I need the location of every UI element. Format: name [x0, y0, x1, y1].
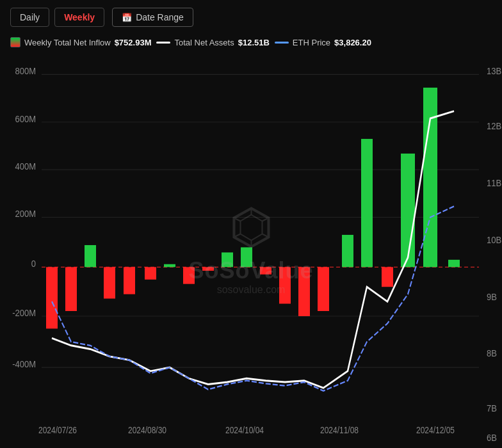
- svg-text:2024/10/04: 2024/10/04: [225, 425, 264, 435]
- svg-rect-36: [46, 267, 58, 328]
- svg-text:9B: 9B: [487, 291, 497, 302]
- svg-rect-42: [164, 264, 175, 268]
- svg-text:400M: 400M: [15, 161, 36, 172]
- svg-rect-40: [124, 267, 135, 294]
- svg-text:800M: 800M: [15, 65, 36, 76]
- svg-text:11B: 11B: [487, 178, 501, 189]
- svg-rect-39: [104, 267, 115, 298]
- inflow-legend-icon: [10, 37, 20, 47]
- main-container: Daily Weekly 📅 Date Range Weekly Total N…: [0, 0, 502, 448]
- header-controls: Daily Weekly 📅 Date Range: [0, 0, 502, 35]
- chart-svg: 800M 600M 400M 200M 0 -200M -400M 13B 12…: [0, 52, 502, 448]
- assets-legend-item: Total Net Assets $12.51B: [156, 38, 269, 47]
- eth-legend-item: ETH Price $3,826.20: [275, 38, 371, 47]
- svg-text:13B: 13B: [487, 65, 501, 76]
- chart-area: SoSoValue sosovalue.com 800M 600M 400M 2…: [0, 52, 502, 448]
- svg-text:7B: 7B: [487, 403, 497, 413]
- inflow-legend-value: $752.93M: [115, 38, 152, 47]
- eth-legend-icon: [275, 42, 289, 44]
- calendar-icon: 📅: [122, 13, 132, 22]
- svg-text:600M: 600M: [15, 113, 36, 124]
- svg-rect-41: [145, 267, 156, 279]
- daily-button[interactable]: Daily: [10, 8, 49, 27]
- svg-rect-37: [65, 267, 77, 311]
- svg-rect-50: [318, 267, 329, 311]
- svg-rect-55: [423, 88, 437, 267]
- eth-legend-value: $3,826.20: [334, 38, 371, 47]
- svg-text:12B: 12B: [487, 120, 501, 131]
- assets-legend-label: Total Net Assets: [174, 38, 234, 47]
- svg-text:2024/08/30: 2024/08/30: [128, 425, 166, 435]
- svg-text:2024/12/05: 2024/12/05: [416, 425, 455, 435]
- svg-text:8B: 8B: [487, 348, 497, 358]
- svg-text:6B: 6B: [487, 432, 497, 443]
- svg-text:10B: 10B: [487, 234, 501, 245]
- svg-text:2024/11/08: 2024/11/08: [320, 425, 359, 435]
- svg-rect-49: [298, 267, 310, 316]
- assets-legend-icon: [156, 42, 170, 44]
- svg-text:-200M: -200M: [12, 307, 36, 318]
- svg-text:200M: 200M: [15, 209, 36, 220]
- eth-legend-label: ETH Price: [293, 38, 330, 47]
- inflow-legend-item: Weekly Total Net Inflow $752.93M: [10, 37, 151, 47]
- svg-rect-51: [342, 235, 353, 267]
- inflow-legend-label: Weekly Total Net Inflow: [24, 38, 111, 47]
- svg-rect-44: [202, 267, 214, 271]
- svg-rect-48: [279, 267, 291, 303]
- svg-rect-52: [361, 139, 373, 267]
- date-range-button[interactable]: 📅 Date Range: [112, 8, 193, 27]
- svg-rect-54: [401, 154, 415, 267]
- svg-text:0: 0: [31, 258, 36, 269]
- chart-legend: Weekly Total Net Inflow $752.93M Total N…: [0, 35, 502, 52]
- svg-rect-46: [241, 247, 252, 267]
- svg-text:2024/07/26: 2024/07/26: [38, 425, 77, 435]
- svg-rect-43: [183, 267, 195, 284]
- svg-rect-47: [260, 267, 271, 274]
- weekly-button[interactable]: Weekly: [54, 8, 104, 27]
- svg-rect-56: [448, 260, 460, 267]
- svg-rect-45: [222, 252, 233, 267]
- svg-rect-38: [85, 245, 96, 267]
- svg-rect-53: [382, 267, 393, 287]
- assets-legend-value: $12.51B: [238, 38, 270, 47]
- svg-text:-400M: -400M: [12, 358, 36, 369]
